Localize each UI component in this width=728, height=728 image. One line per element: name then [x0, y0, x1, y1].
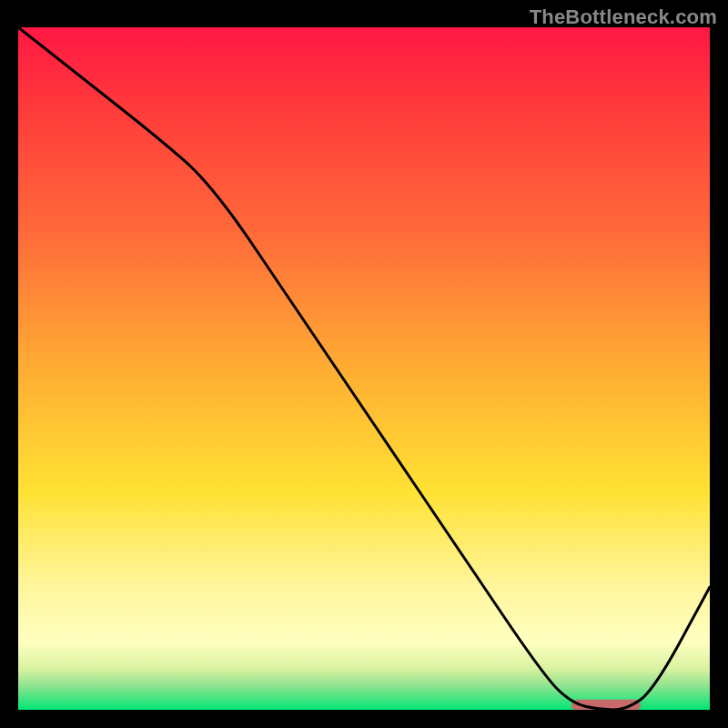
gradient-background: [18, 27, 710, 710]
plot-area: [18, 27, 710, 710]
watermark-label: TheBottleneck.com: [530, 5, 717, 29]
plot-svg: [18, 27, 710, 710]
chart-frame: TheBottleneck.com: [0, 0, 728, 728]
